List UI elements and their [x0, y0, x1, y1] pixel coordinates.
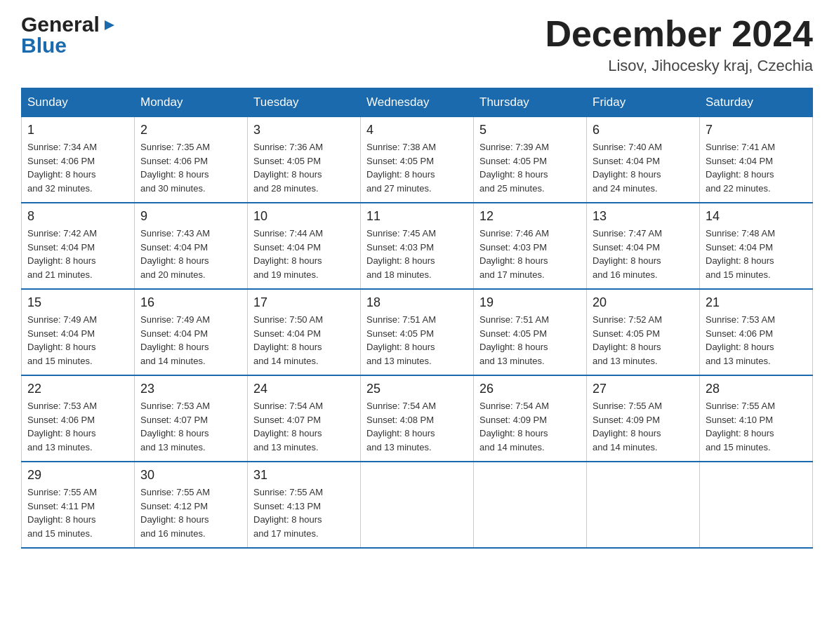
calendar-cell: 13 Sunrise: 7:47 AMSunset: 4:04 PMDaylig…: [587, 203, 700, 289]
day-info: Sunrise: 7:47 AMSunset: 4:04 PMDaylight:…: [593, 228, 662, 280]
svg-marker-0: [105, 20, 114, 30]
day-number: 6: [593, 123, 694, 137]
calendar-cell: 28 Sunrise: 7:55 AMSunset: 4:10 PMDaylig…: [700, 375, 813, 462]
day-info: Sunrise: 7:51 AMSunset: 4:05 PMDaylight:…: [479, 314, 549, 366]
day-number: 2: [140, 123, 241, 137]
calendar-cell: 21 Sunrise: 7:53 AMSunset: 4:06 PMDaylig…: [700, 289, 813, 375]
calendar-header-monday: Monday: [135, 88, 248, 117]
calendar-cell: 6 Sunrise: 7:40 AMSunset: 4:04 PMDayligh…: [587, 117, 700, 203]
day-number: 13: [593, 209, 694, 224]
calendar-week-row: 15 Sunrise: 7:49 AMSunset: 4:04 PMDaylig…: [22, 289, 813, 375]
calendar-cell: 24 Sunrise: 7:54 AMSunset: 4:07 PMDaylig…: [248, 375, 361, 462]
calendar-cell: [700, 462, 813, 548]
calendar-cell: 30 Sunrise: 7:55 AMSunset: 4:12 PMDaylig…: [135, 462, 248, 548]
calendar-cell: 8 Sunrise: 7:42 AMSunset: 4:04 PMDayligh…: [22, 203, 135, 289]
calendar-cell: 29 Sunrise: 7:55 AMSunset: 4:11 PMDaylig…: [22, 462, 135, 548]
calendar-cell: [474, 462, 587, 548]
title-block: December 2024 Lisov, Jihocesky kraj, Cze…: [545, 14, 813, 75]
calendar-week-row: 29 Sunrise: 7:55 AMSunset: 4:11 PMDaylig…: [22, 462, 813, 548]
page-header: General Blue December 2024 Lisov, Jihoce…: [21, 14, 813, 75]
day-number: 9: [140, 209, 241, 224]
day-info: Sunrise: 7:49 AMSunset: 4:04 PMDaylight:…: [140, 314, 210, 366]
calendar-week-row: 8 Sunrise: 7:42 AMSunset: 4:04 PMDayligh…: [22, 203, 813, 289]
calendar-cell: 12 Sunrise: 7:46 AMSunset: 4:03 PMDaylig…: [474, 203, 587, 289]
day-info: Sunrise: 7:43 AMSunset: 4:04 PMDaylight:…: [140, 228, 210, 280]
day-info: Sunrise: 7:50 AMSunset: 4:04 PMDaylight:…: [253, 314, 323, 366]
day-number: 24: [253, 382, 355, 396]
calendar-header-wednesday: Wednesday: [361, 88, 474, 117]
day-info: Sunrise: 7:39 AMSunset: 4:05 PMDaylight:…: [479, 142, 549, 194]
day-info: Sunrise: 7:45 AMSunset: 4:03 PMDaylight:…: [366, 228, 436, 280]
day-number: 14: [706, 209, 807, 224]
day-number: 4: [366, 123, 468, 137]
logo: General Blue: [21, 14, 117, 56]
calendar-cell: 25 Sunrise: 7:54 AMSunset: 4:08 PMDaylig…: [361, 375, 474, 462]
day-number: 30: [140, 468, 241, 483]
day-number: 28: [706, 382, 807, 396]
location-title: Lisov, Jihocesky kraj, Czechia: [545, 57, 813, 75]
logo-arrow-icon: [102, 18, 117, 33]
day-info: Sunrise: 7:55 AMSunset: 4:12 PMDaylight:…: [140, 487, 210, 539]
calendar-cell: 17 Sunrise: 7:50 AMSunset: 4:04 PMDaylig…: [248, 289, 361, 375]
day-number: 21: [706, 295, 807, 310]
day-info: Sunrise: 7:53 AMSunset: 4:07 PMDaylight:…: [140, 401, 210, 452]
day-info: Sunrise: 7:52 AMSunset: 4:05 PMDaylight:…: [593, 314, 662, 366]
calendar-cell: 27 Sunrise: 7:55 AMSunset: 4:09 PMDaylig…: [587, 375, 700, 462]
logo-general-text: General: [21, 14, 100, 35]
calendar-cell: 14 Sunrise: 7:48 AMSunset: 4:04 PMDaylig…: [700, 203, 813, 289]
day-info: Sunrise: 7:42 AMSunset: 4:04 PMDaylight:…: [27, 228, 97, 280]
day-info: Sunrise: 7:54 AMSunset: 4:07 PMDaylight:…: [253, 401, 323, 452]
calendar-cell: 26 Sunrise: 7:54 AMSunset: 4:09 PMDaylig…: [474, 375, 587, 462]
calendar-header-sunday: Sunday: [22, 88, 135, 117]
calendar-week-row: 1 Sunrise: 7:34 AMSunset: 4:06 PMDayligh…: [22, 117, 813, 203]
calendar-cell: 3 Sunrise: 7:36 AMSunset: 4:05 PMDayligh…: [248, 117, 361, 203]
day-info: Sunrise: 7:36 AMSunset: 4:05 PMDaylight:…: [253, 142, 323, 194]
day-number: 16: [140, 295, 241, 310]
day-info: Sunrise: 7:55 AMSunset: 4:11 PMDaylight:…: [27, 487, 97, 539]
calendar-cell: 9 Sunrise: 7:43 AMSunset: 4:04 PMDayligh…: [135, 203, 248, 289]
day-number: 18: [366, 295, 468, 310]
day-number: 15: [27, 295, 128, 310]
day-info: Sunrise: 7:55 AMSunset: 4:10 PMDaylight:…: [706, 401, 775, 452]
day-number: 29: [27, 468, 128, 483]
day-info: Sunrise: 7:34 AMSunset: 4:06 PMDaylight:…: [27, 142, 97, 194]
day-info: Sunrise: 7:48 AMSunset: 4:04 PMDaylight:…: [706, 228, 775, 280]
day-info: Sunrise: 7:46 AMSunset: 4:03 PMDaylight:…: [479, 228, 549, 280]
day-number: 27: [593, 382, 694, 396]
day-number: 19: [479, 295, 581, 310]
calendar-cell: 22 Sunrise: 7:53 AMSunset: 4:06 PMDaylig…: [22, 375, 135, 462]
calendar-cell: 10 Sunrise: 7:44 AMSunset: 4:04 PMDaylig…: [248, 203, 361, 289]
day-number: 11: [366, 209, 468, 224]
calendar-cell: 2 Sunrise: 7:35 AMSunset: 4:06 PMDayligh…: [135, 117, 248, 203]
calendar-cell: 4 Sunrise: 7:38 AMSunset: 4:05 PMDayligh…: [361, 117, 474, 203]
calendar-cell: 16 Sunrise: 7:49 AMSunset: 4:04 PMDaylig…: [135, 289, 248, 375]
day-number: 7: [706, 123, 807, 137]
calendar-cell: 31 Sunrise: 7:55 AMSunset: 4:13 PMDaylig…: [248, 462, 361, 548]
day-info: Sunrise: 7:38 AMSunset: 4:05 PMDaylight:…: [366, 142, 436, 194]
calendar-header-thursday: Thursday: [474, 88, 587, 117]
day-info: Sunrise: 7:51 AMSunset: 4:05 PMDaylight:…: [366, 314, 436, 366]
day-info: Sunrise: 7:40 AMSunset: 4:04 PMDaylight:…: [593, 142, 662, 194]
calendar-cell: 5 Sunrise: 7:39 AMSunset: 4:05 PMDayligh…: [474, 117, 587, 203]
month-title: December 2024: [545, 14, 813, 54]
calendar-cell: 19 Sunrise: 7:51 AMSunset: 4:05 PMDaylig…: [474, 289, 587, 375]
day-number: 25: [366, 382, 468, 396]
day-info: Sunrise: 7:54 AMSunset: 4:09 PMDaylight:…: [479, 401, 549, 452]
calendar-header-friday: Friday: [587, 88, 700, 117]
calendar-cell: 7 Sunrise: 7:41 AMSunset: 4:04 PMDayligh…: [700, 117, 813, 203]
day-number: 1: [27, 123, 128, 137]
calendar-header-row: SundayMondayTuesdayWednesdayThursdayFrid…: [22, 88, 813, 117]
day-info: Sunrise: 7:41 AMSunset: 4:04 PMDaylight:…: [706, 142, 775, 194]
day-number: 31: [253, 468, 355, 483]
day-info: Sunrise: 7:35 AMSunset: 4:06 PMDaylight:…: [140, 142, 210, 194]
day-info: Sunrise: 7:54 AMSunset: 4:08 PMDaylight:…: [366, 401, 436, 452]
calendar-header-saturday: Saturday: [700, 88, 813, 117]
day-info: Sunrise: 7:53 AMSunset: 4:06 PMDaylight:…: [706, 314, 775, 366]
calendar-cell: [587, 462, 700, 548]
day-info: Sunrise: 7:55 AMSunset: 4:09 PMDaylight:…: [593, 401, 662, 452]
day-number: 20: [593, 295, 694, 310]
day-number: 23: [140, 382, 241, 396]
day-number: 3: [253, 123, 355, 137]
day-info: Sunrise: 7:53 AMSunset: 4:06 PMDaylight:…: [27, 401, 97, 452]
day-number: 8: [27, 209, 128, 224]
